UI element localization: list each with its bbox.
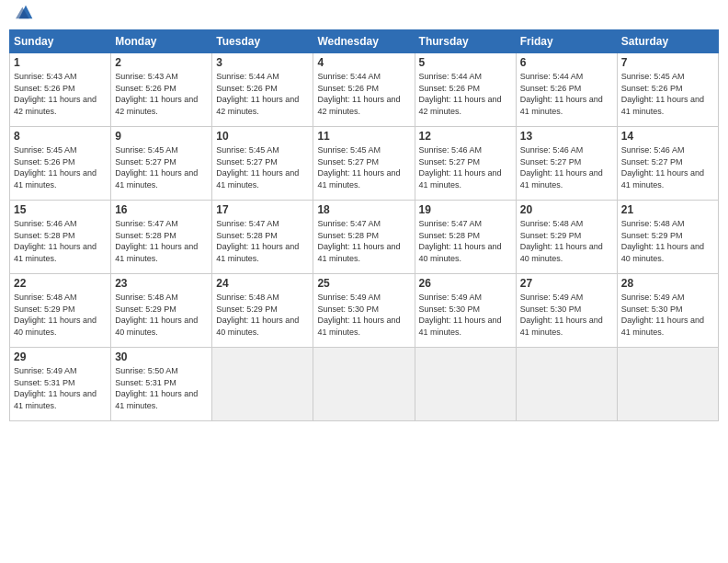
sunrise-label: Sunrise: 5:46 AM [14,219,77,228]
calendar-cell: 20 Sunrise: 5:48 AM Sunset: 5:29 PM Dayl… [516,201,617,274]
calendar-cell: 5 Sunrise: 5:44 AM Sunset: 5:26 PM Dayli… [415,53,516,127]
day-info: Sunrise: 5:44 AM Sunset: 5:26 PM Dayligh… [419,71,512,117]
calendar-cell: 6 Sunrise: 5:44 AM Sunset: 5:26 PM Dayli… [516,53,617,127]
daylight-label: Daylight: 11 hours and 41 minutes. [115,242,198,263]
sunset-label: Sunset: 5:29 PM [115,304,176,314]
day-info: Sunrise: 5:45 AM Sunset: 5:27 PM Dayligh… [317,144,410,190]
day-number: 24 [216,277,309,290]
calendar-week-4: 22 Sunrise: 5:48 AM Sunset: 5:29 PM Dayl… [10,274,719,348]
day-number: 1 [14,56,107,69]
daylight-label: Daylight: 11 hours and 40 minutes. [520,242,603,263]
sunset-label: Sunset: 5:31 PM [14,378,75,387]
day-number: 8 [14,130,107,143]
daylight-label: Daylight: 11 hours and 42 minutes. [14,95,97,116]
sunrise-label: Sunrise: 5:48 AM [216,293,279,302]
calendar-cell: 13 Sunrise: 5:46 AM Sunset: 5:27 PM Dayl… [516,127,617,201]
sunrise-label: Sunrise: 5:44 AM [317,72,381,81]
sunrise-label: Sunrise: 5:44 AM [419,72,483,81]
sunset-label: Sunset: 5:28 PM [419,231,481,240]
day-number: 23 [115,277,208,290]
daylight-label: Daylight: 11 hours and 41 minutes. [14,242,97,263]
day-number: 17 [216,203,309,216]
calendar-week-1: 1 Sunrise: 5:43 AM Sunset: 5:26 PM Dayli… [10,53,719,127]
day-info: Sunrise: 5:47 AM Sunset: 5:28 PM Dayligh… [115,218,208,264]
day-info: Sunrise: 5:46 AM Sunset: 5:27 PM Dayligh… [621,144,714,190]
sunrise-label: Sunrise: 5:44 AM [520,72,584,81]
calendar-cell [617,348,718,421]
sunset-label: Sunset: 5:27 PM [419,157,481,167]
header-monday: Monday [111,30,212,53]
logo-text [14,9,36,22]
sunset-label: Sunset: 5:28 PM [317,231,379,240]
calendar-cell: 22 Sunrise: 5:48 AM Sunset: 5:29 PM Dayl… [10,274,111,348]
day-number: 18 [317,203,410,216]
sunset-label: Sunset: 5:29 PM [520,231,582,240]
daylight-label: Daylight: 11 hours and 41 minutes. [419,316,502,337]
calendar-cell: 14 Sunrise: 5:46 AM Sunset: 5:27 PM Dayl… [617,127,718,201]
calendar-cell: 25 Sunrise: 5:49 AM Sunset: 5:30 PM Dayl… [313,274,415,348]
sunrise-label: Sunrise: 5:45 AM [621,72,685,81]
daylight-label: Daylight: 11 hours and 42 minutes. [115,95,198,116]
day-info: Sunrise: 5:49 AM Sunset: 5:30 PM Dayligh… [520,292,613,338]
sunrise-label: Sunrise: 5:48 AM [115,293,178,302]
logo [14,9,36,22]
header-sunday: Sunday [10,30,111,53]
calendar-cell: 15 Sunrise: 5:46 AM Sunset: 5:28 PM Dayl… [10,201,111,274]
sunrise-label: Sunrise: 5:47 AM [115,219,178,228]
calendar-cell: 29 Sunrise: 5:49 AM Sunset: 5:31 PM Dayl… [10,348,111,421]
calendar-cell: 23 Sunrise: 5:48 AM Sunset: 5:29 PM Dayl… [111,274,212,348]
daylight-label: Daylight: 11 hours and 40 minutes. [621,242,704,263]
daylight-label: Daylight: 11 hours and 41 minutes. [317,316,400,337]
sunset-label: Sunset: 5:26 PM [621,84,683,93]
day-info: Sunrise: 5:49 AM Sunset: 5:30 PM Dayligh… [317,292,410,338]
daylight-label: Daylight: 11 hours and 41 minutes. [419,168,502,190]
sunset-label: Sunset: 5:27 PM [115,157,176,167]
sunrise-label: Sunrise: 5:45 AM [115,145,178,155]
day-info: Sunrise: 5:48 AM Sunset: 5:29 PM Dayligh… [115,292,208,338]
sunrise-label: Sunrise: 5:49 AM [419,293,483,302]
sunset-label: Sunset: 5:29 PM [621,231,683,240]
sunrise-label: Sunrise: 5:43 AM [115,72,178,81]
sunrise-label: Sunrise: 5:45 AM [317,145,381,155]
day-number: 25 [317,277,410,290]
day-info: Sunrise: 5:48 AM Sunset: 5:29 PM Dayligh… [216,292,309,338]
sunset-label: Sunset: 5:27 PM [520,157,582,167]
logo-icon [16,2,36,22]
day-info: Sunrise: 5:47 AM Sunset: 5:28 PM Dayligh… [216,218,309,264]
header-tuesday: Tuesday [212,30,313,53]
sunrise-label: Sunrise: 5:49 AM [14,366,77,375]
sunset-label: Sunset: 5:28 PM [216,231,278,240]
sunset-label: Sunset: 5:28 PM [115,231,176,240]
daylight-label: Daylight: 11 hours and 41 minutes. [621,95,704,116]
sunset-label: Sunset: 5:27 PM [621,157,683,167]
calendar-cell: 7 Sunrise: 5:45 AM Sunset: 5:26 PM Dayli… [617,53,718,127]
calendar-cell: 19 Sunrise: 5:47 AM Sunset: 5:28 PM Dayl… [415,201,516,274]
calendar-week-2: 8 Sunrise: 5:45 AM Sunset: 5:26 PM Dayli… [10,127,719,201]
calendar-cell: 3 Sunrise: 5:44 AM Sunset: 5:26 PM Dayli… [212,53,313,127]
sunset-label: Sunset: 5:30 PM [317,304,379,314]
sunrise-label: Sunrise: 5:50 AM [115,366,178,375]
sunrise-label: Sunrise: 5:43 AM [14,72,77,81]
sunrise-label: Sunrise: 5:48 AM [621,219,685,228]
day-number: 19 [419,203,512,216]
day-info: Sunrise: 5:46 AM Sunset: 5:27 PM Dayligh… [419,144,512,190]
calendar-cell: 16 Sunrise: 5:47 AM Sunset: 5:28 PM Dayl… [111,201,212,274]
calendar-cell: 28 Sunrise: 5:49 AM Sunset: 5:30 PM Dayl… [617,274,718,348]
daylight-label: Daylight: 11 hours and 40 minutes. [115,316,198,337]
sunset-label: Sunset: 5:27 PM [317,157,379,167]
day-info: Sunrise: 5:46 AM Sunset: 5:28 PM Dayligh… [14,218,107,264]
day-info: Sunrise: 5:44 AM Sunset: 5:26 PM Dayligh… [520,71,613,117]
calendar-cell: 11 Sunrise: 5:45 AM Sunset: 5:27 PM Dayl… [313,127,415,201]
calendar-cell [516,348,617,421]
day-number: 2 [115,56,208,69]
day-number: 5 [419,56,512,69]
calendar-cell [415,348,516,421]
calendar-cell: 18 Sunrise: 5:47 AM Sunset: 5:28 PM Dayl… [313,201,415,274]
calendar-cell: 9 Sunrise: 5:45 AM Sunset: 5:27 PM Dayli… [111,127,212,201]
daylight-label: Daylight: 11 hours and 40 minutes. [419,242,502,263]
day-number: 13 [520,130,613,143]
calendar-cell: 27 Sunrise: 5:49 AM Sunset: 5:30 PM Dayl… [516,274,617,348]
sunset-label: Sunset: 5:27 PM [216,157,278,167]
sunrise-label: Sunrise: 5:46 AM [419,145,483,155]
daylight-label: Daylight: 11 hours and 41 minutes. [115,389,198,410]
